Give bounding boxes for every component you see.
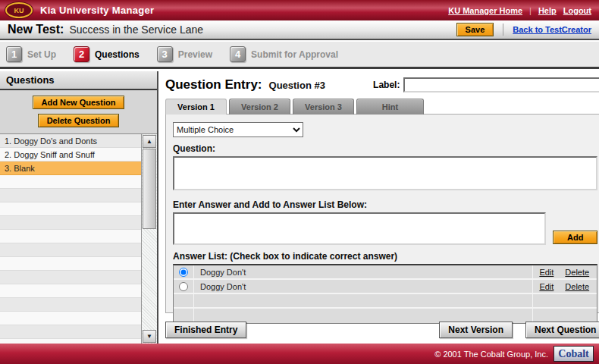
question-textarea[interactable]: [173, 156, 597, 190]
page-title-prefix: New Test:: [8, 23, 64, 36]
step-submit-for-approval[interactable]: 4 Submit for Approval: [230, 46, 338, 62]
footer: © 2001 The Cobalt Group, Inc. Cobalt: [0, 344, 599, 364]
header-links: KU Manager Home | Help Logout: [448, 6, 591, 15]
question-entry-title: Question Entry:: [165, 77, 262, 93]
question-list-empty-row: [0, 257, 141, 271]
answer-row: Doggy Don't Edit Delete: [174, 265, 597, 280]
sidebar-title: Questions: [0, 71, 157, 90]
title-bar: New Test: Success in the Service Lane Sa…: [0, 20, 599, 40]
question-list: 1. Doggy Do's and Donts 2. Doggy Sniff a…: [0, 133, 157, 344]
question-list-empty-row: [0, 284, 141, 298]
label-field-caption: Label:: [373, 80, 400, 90]
step-wizard: 1 Set Up 2 Questions 3 Preview 4 Submit …: [0, 42, 599, 69]
step-questions[interactable]: 2 Questions: [74, 46, 140, 62]
tab-version-1[interactable]: Version 1: [165, 99, 227, 115]
step-2-icon: 2: [74, 46, 89, 62]
question-list-empty-row: [0, 325, 141, 339]
test-name: Success in the Service Lane: [69, 24, 203, 36]
question-label: Question:: [173, 143, 597, 154]
question-list-item[interactable]: 2. Doggy Sniff and Snuff: [0, 148, 141, 162]
answer-entry-label: Enter Answer and Add to Answer List Belo…: [173, 199, 597, 210]
answer-actions: Edit Delete: [532, 265, 597, 278]
next-question-button[interactable]: Next Question: [525, 322, 599, 338]
edit-answer-link[interactable]: Edit: [539, 282, 554, 291]
sidebar-buttons: Add New Question Delete Question: [0, 90, 157, 133]
correct-answer-radio[interactable]: [179, 268, 188, 277]
step-3-label: Preview: [178, 49, 212, 60]
title-bar-divider: [503, 24, 503, 36]
add-new-question-button[interactable]: Add New Question: [33, 96, 125, 109]
step-preview[interactable]: 3 Preview: [157, 46, 212, 62]
step-1-label: Set Up: [27, 49, 56, 60]
question-list-empty-row: [0, 243, 141, 257]
question-entry-heading-row: Question Entry: Question #3 Label:: [165, 75, 599, 95]
questions-sidebar: Questions Add New Question Delete Questi…: [0, 71, 158, 344]
answer-entry-row: Add: [173, 212, 597, 245]
cobalt-logo: Cobalt: [554, 346, 594, 362]
bottom-buttons: Finished Entry Next Version Next Questio…: [165, 322, 599, 338]
question-number: Question #3: [269, 80, 325, 91]
question-list-empty-row: [0, 298, 141, 312]
step-4-icon: 4: [230, 46, 246, 62]
question-list-empty-row: [0, 271, 141, 284]
label-input[interactable]: [403, 77, 599, 93]
add-answer-button[interactable]: Add: [553, 231, 597, 244]
scroll-up-icon[interactable]: ▲: [143, 135, 156, 148]
step-1-icon: 1: [6, 46, 22, 62]
delete-answer-link[interactable]: Delete: [565, 268, 589, 277]
edit-answer-link[interactable]: Edit: [539, 268, 554, 277]
page: KU Kia University Manager KU Manager Hom…: [0, 0, 599, 364]
step-3-icon: 3: [157, 46, 173, 62]
answer-row: Doggy Don't Edit Delete: [174, 280, 597, 294]
answer-empty-row: [174, 294, 597, 309]
question-list-rows: 1. Doggy Do's and Donts 2. Doggy Sniff a…: [0, 134, 141, 344]
answer-textarea[interactable]: [173, 212, 546, 245]
tab-version-2[interactable]: Version 2: [229, 99, 290, 115]
question-list-empty-row: [0, 202, 141, 216]
step-setup[interactable]: 1 Set Up: [6, 46, 56, 62]
app-header: KU Kia University Manager KU Manager Hom…: [0, 0, 599, 20]
answer-list-table: Doggy Don't Edit Delete Doggy Don't Edit: [173, 264, 597, 324]
question-list-item[interactable]: 1. Doggy Do's and Donts: [0, 134, 141, 148]
tab-version-3[interactable]: Version 3: [293, 99, 354, 115]
question-list-empty-row: [0, 230, 141, 243]
scroll-down-icon[interactable]: ▼: [143, 330, 156, 343]
back-to-testcreator-link[interactable]: Back to TestCreator: [513, 25, 591, 34]
question-list-scrollbar[interactable]: ▲ ▼: [141, 134, 157, 344]
copyright-text: © 2001 The Cobalt Group, Inc.: [434, 350, 548, 359]
answer-text: Doggy Don't: [194, 282, 532, 291]
finished-entry-button[interactable]: Finished Entry: [165, 322, 246, 338]
step-2-label: Questions: [95, 49, 140, 60]
delete-question-button[interactable]: Delete Question: [38, 114, 120, 127]
scrollbar-thumb[interactable]: [143, 149, 156, 229]
question-list-empty-row: [0, 175, 141, 189]
help-link[interactable]: Help: [538, 6, 557, 15]
delete-answer-link[interactable]: Delete: [565, 282, 589, 291]
question-list-empty-row: [0, 216, 141, 230]
next-version-button[interactable]: Next Version: [439, 322, 513, 338]
version-panel: Multiple Choice Question: Enter Answer a…: [165, 114, 599, 313]
question-entry-panel: Question Entry: Question #3 Label: Versi…: [158, 71, 599, 344]
correct-answer-radio[interactable]: [179, 282, 188, 291]
save-button[interactable]: Save: [456, 23, 494, 36]
content-area: Questions Add New Question Delete Questi…: [0, 71, 599, 344]
logout-link[interactable]: Logout: [563, 6, 591, 15]
label-field: Label:: [373, 77, 599, 93]
header-divider: |: [529, 6, 532, 15]
ku-logo-icon: KU: [5, 2, 33, 18]
answer-actions: Edit Delete: [532, 280, 597, 293]
app-title: Kia University Manager: [40, 5, 154, 16]
question-list-item-selected[interactable]: 3. Blank: [0, 162, 141, 175]
tab-hint[interactable]: Hint: [356, 99, 424, 115]
answer-text: Doggy Don't: [194, 268, 532, 277]
question-list-empty-row: [0, 189, 141, 202]
version-tabs: Version 1 Version 2 Version 3 Hint: [165, 99, 599, 115]
answer-list-label: Answer List: (Check box to indicate corr…: [173, 251, 597, 262]
question-list-empty-row: [0, 312, 141, 325]
question-type-select[interactable]: Multiple Choice: [173, 122, 303, 137]
ku-manager-home-link[interactable]: KU Manager Home: [448, 6, 522, 15]
step-4-label: Submit for Approval: [251, 49, 338, 60]
